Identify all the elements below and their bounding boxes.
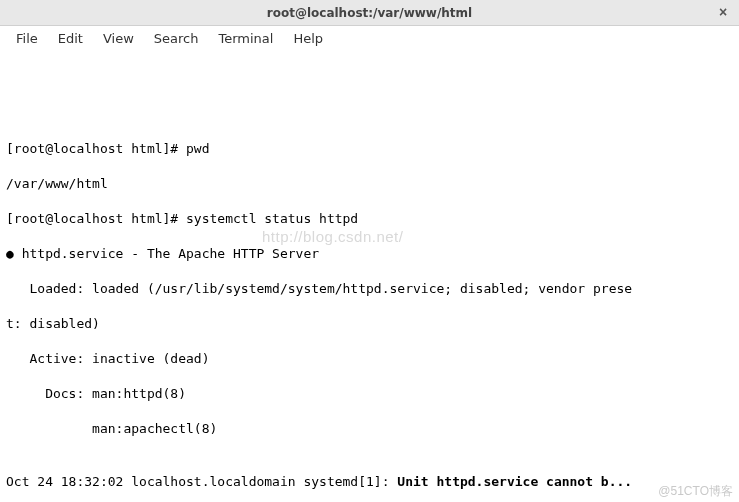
term-text: httpd.service - The Apache HTTP Server bbox=[14, 246, 319, 261]
menu-view[interactable]: View bbox=[93, 28, 144, 49]
term-line: [root@localhost html]# systemctl status … bbox=[6, 210, 733, 228]
status-bullet-icon: ● bbox=[6, 246, 14, 261]
term-line: Active: inactive (dead) bbox=[6, 350, 733, 368]
menubar: File Edit View Search Terminal Help bbox=[0, 26, 739, 50]
term-text: Oct 24 18:32:02 localhost.localdomain sy… bbox=[6, 474, 397, 489]
term-line: /var/www/html bbox=[6, 175, 733, 193]
footer-watermark: @51CTO博客 bbox=[658, 483, 733, 500]
menu-search[interactable]: Search bbox=[144, 28, 209, 49]
term-line: Docs: man:httpd(8) bbox=[6, 385, 733, 403]
menu-help[interactable]: Help bbox=[283, 28, 333, 49]
menu-terminal[interactable]: Terminal bbox=[208, 28, 283, 49]
menu-edit[interactable]: Edit bbox=[48, 28, 93, 49]
window-titlebar: root@localhost:/var/www/html × bbox=[0, 0, 739, 26]
term-line: Loaded: loaded (/usr/lib/systemd/system/… bbox=[6, 280, 733, 298]
term-text-bold: Unit httpd.service cannot b... bbox=[397, 474, 632, 489]
term-line: ● httpd.service - The Apache HTTP Server bbox=[6, 245, 733, 263]
term-line: man:apachectl(8) bbox=[6, 420, 733, 438]
term-line: t: disabled) bbox=[6, 315, 733, 333]
term-line: Oct 24 18:32:02 localhost.localdomain sy… bbox=[6, 473, 733, 491]
menu-file[interactable]: File bbox=[6, 28, 48, 49]
terminal-output[interactable]: [root@localhost html]# pwd /var/www/html… bbox=[0, 50, 739, 502]
window-title: root@localhost:/var/www/html bbox=[267, 6, 472, 20]
term-line: [root@localhost html]# pwd bbox=[6, 140, 733, 158]
close-icon[interactable]: × bbox=[715, 4, 731, 20]
